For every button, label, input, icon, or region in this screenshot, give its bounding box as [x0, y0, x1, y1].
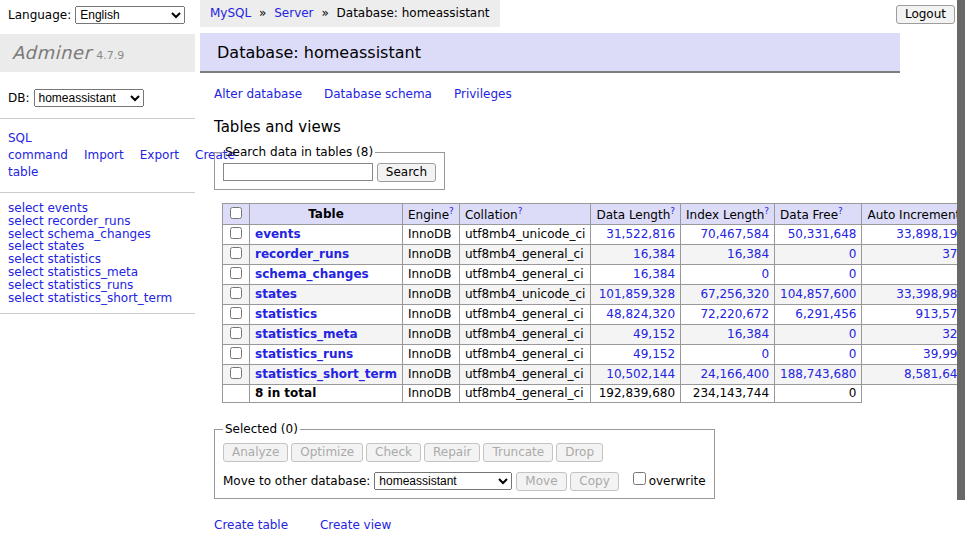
table-name-cell: statistics_runs — [250, 345, 403, 365]
action-alter-database[interactable]: Alter database — [214, 87, 302, 101]
sidebar: Language:English Adminer4.7.9 DB:homeass… — [0, 0, 195, 543]
total-data-free-cell: 0 — [775, 385, 862, 403]
adminer-logo: Adminer — [12, 42, 91, 63]
table-row: statesInnoDButf8mb4_unicode_ci101,859,32… — [223, 285, 966, 305]
help-link[interactable]: ? — [670, 206, 675, 216]
sidebar-link-sql-command[interactable]: SQL command — [8, 131, 68, 162]
auto-increment-cell: 325 — [862, 325, 966, 345]
data-length-cell: 16,384 — [591, 245, 681, 265]
action-privileges[interactable]: Privileges — [454, 87, 512, 101]
table-name-link-statistics_runs[interactable]: statistics_runs — [255, 347, 353, 361]
auto-increment-link[interactable]: 8,581,645 — [904, 367, 965, 381]
search-button[interactable]: Search — [377, 163, 436, 182]
data-length-link[interactable]: 16,384 — [633, 267, 675, 281]
db-select[interactable]: homeassistant — [34, 89, 144, 107]
data-length-link[interactable]: 48,824,320 — [606, 307, 675, 321]
data-length-cell: 48,824,320 — [591, 305, 681, 325]
tables-and-views-heading: Tables and views — [214, 118, 900, 136]
overwrite-option[interactable]: overwrite — [629, 474, 706, 488]
engine-cell: InnoDB — [402, 265, 459, 285]
auto-increment-cell: 8,581,645 — [862, 365, 966, 385]
data-free-link[interactable]: 0 — [849, 247, 857, 261]
table-name-link-events[interactable]: events — [255, 227, 301, 241]
table-link-statistics_short_term[interactable]: statistics_short_term — [47, 291, 172, 305]
breadcrumb-link-server[interactable]: Server — [274, 6, 313, 20]
row-checkbox-events[interactable] — [230, 227, 242, 239]
index-length-link[interactable]: 67,256,320 — [700, 287, 769, 301]
auto-increment-link[interactable]: 33,398,984 — [896, 287, 965, 301]
create-view-link[interactable]: Create view — [320, 518, 391, 532]
data-length-link[interactable]: 10,502,144 — [606, 367, 675, 381]
action-database-schema[interactable]: Database schema — [324, 87, 432, 101]
breadcrumb-link-mysql[interactable]: MySQL — [210, 6, 251, 20]
data-free-link[interactable]: 0 — [849, 327, 857, 341]
table-name-link-schema_changes[interactable]: schema_changes — [255, 267, 369, 281]
index-length-link[interactable]: 0 — [761, 347, 769, 361]
total-engine-cell: InnoDB — [402, 385, 459, 403]
collation-cell: utf8mb4_general_ci — [459, 245, 591, 265]
data-free-link[interactable]: 0 — [849, 347, 857, 361]
auto-increment-link[interactable]: 33,898,196 — [896, 227, 965, 241]
select-all-checkbox[interactable] — [230, 207, 242, 219]
data-length-link[interactable]: 101,859,328 — [599, 287, 675, 301]
index-length-link[interactable]: 70,467,584 — [700, 227, 769, 241]
table-name-link-recorder_runs[interactable]: recorder_runs — [255, 247, 349, 261]
header-row: TableEngine?Collation?Data Length?Index … — [223, 204, 966, 225]
create-table-link[interactable]: Create table — [214, 518, 288, 532]
truncate-button[interactable]: Truncate — [483, 443, 553, 462]
data-length-link[interactable]: 16,384 — [633, 247, 675, 261]
engine-cell: InnoDB — [402, 325, 459, 345]
language-select[interactable]: English — [75, 6, 185, 24]
row-checkbox-statistics_runs[interactable] — [230, 347, 242, 359]
search-input[interactable] — [223, 163, 373, 181]
row-checkbox-states[interactable] — [230, 287, 242, 299]
help-link[interactable]: ? — [449, 206, 454, 216]
row-checkbox-cell — [223, 225, 250, 245]
help-link[interactable]: ? — [764, 206, 769, 216]
data-length-link[interactable]: 49,152 — [633, 327, 675, 341]
index-length-link[interactable]: 16,384 — [727, 327, 769, 341]
index-length-link[interactable]: 16,384 — [727, 247, 769, 261]
data-free-cell: 104,857,600 — [775, 285, 862, 305]
table-name-link-statistics_meta[interactable]: statistics_meta — [255, 327, 358, 341]
data-free-link[interactable]: 104,857,600 — [780, 287, 856, 301]
data-free-link[interactable]: 188,743,680 — [780, 367, 856, 381]
data-length-link[interactable]: 31,522,816 — [606, 227, 675, 241]
repair-button[interactable]: Repair — [424, 443, 480, 462]
row-checkbox-statistics_short_term[interactable] — [230, 367, 242, 379]
overwrite-checkbox[interactable] — [633, 472, 646, 485]
analyze-button[interactable]: Analyze — [223, 443, 288, 462]
copy-button[interactable]: Copy — [570, 472, 618, 491]
index-length-link[interactable]: 0 — [761, 267, 769, 281]
drop-button[interactable]: Drop — [556, 443, 603, 462]
scrollbar-track[interactable] — [957, 0, 966, 543]
sidebar-link-export[interactable]: Export — [140, 148, 179, 162]
data-free-link[interactable]: 6,291,456 — [795, 307, 856, 321]
table-name-link-states[interactable]: states — [255, 287, 297, 301]
table-row: statistics_runsInnoDButf8mb4_general_ci4… — [223, 345, 966, 365]
table-name-link-statistics[interactable]: statistics — [255, 307, 317, 321]
move-database-select[interactable]: homeassistant — [374, 472, 512, 490]
logout-button[interactable]: Logout — [896, 5, 955, 24]
optimize-button[interactable]: Optimize — [291, 443, 363, 462]
row-checkbox-cell — [223, 285, 250, 305]
row-checkbox-schema_changes[interactable] — [230, 267, 242, 279]
sidebar-link-import[interactable]: Import — [84, 148, 124, 162]
check-button[interactable]: Check — [366, 443, 421, 462]
row-checkbox-statistics_meta[interactable] — [230, 327, 242, 339]
data-free-link[interactable]: 0 — [849, 267, 857, 281]
scrollbar-thumb[interactable] — [957, 0, 965, 500]
select-link-statistics_short_term[interactable]: select — [8, 291, 44, 305]
help-link[interactable]: ? — [518, 206, 523, 216]
help-link[interactable]: ? — [838, 206, 843, 216]
index-length-link[interactable]: 24,166,400 — [700, 367, 769, 381]
index-length-link[interactable]: 72,220,672 — [700, 307, 769, 321]
data-free-link[interactable]: 50,331,648 — [788, 227, 857, 241]
row-checkbox-recorder_runs[interactable] — [230, 247, 242, 259]
row-checkbox-statistics[interactable] — [230, 307, 242, 319]
table-name-link-statistics_short_term[interactable]: statistics_short_term — [255, 367, 397, 381]
table-row: statistics_metaInnoDButf8mb4_general_ci4… — [223, 325, 966, 345]
column-header-collation: Collation? — [459, 204, 591, 225]
move-button[interactable]: Move — [516, 472, 566, 491]
data-length-link[interactable]: 49,152 — [633, 347, 675, 361]
